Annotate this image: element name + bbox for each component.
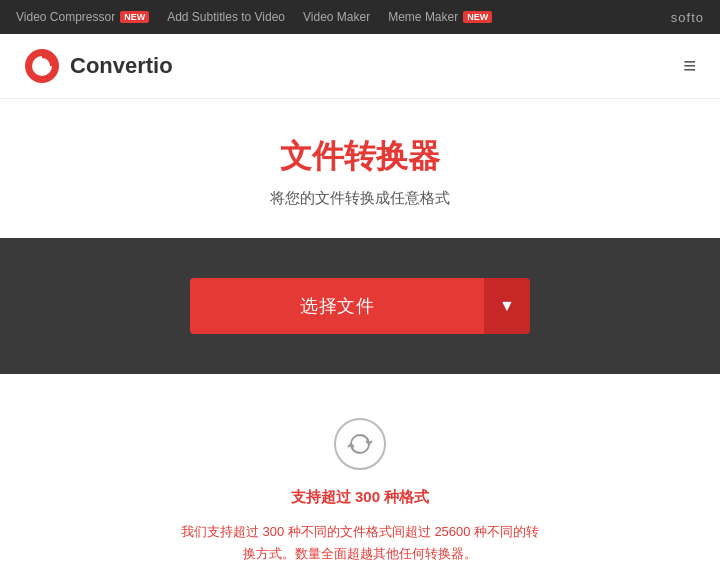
feature-desc-part2: 种不同的 xyxy=(284,524,340,539)
nav-link-add-subtitles[interactable]: Add Subtitles to Video xyxy=(167,10,285,24)
top-nav-links: Video Compressor NEW Add Subtitles to Vi… xyxy=(16,10,492,24)
feature-count-highlight: 300 xyxy=(355,488,380,505)
logo-text: Convertio xyxy=(70,53,173,79)
nav-label-meme-maker: Meme Maker xyxy=(388,10,458,24)
refresh-icon xyxy=(347,431,373,457)
feature-title-prefix: 支持超过 xyxy=(291,488,355,505)
feature-title-suffix: 种格式 xyxy=(380,488,429,505)
hero-section: 文件转换器 将您的文件转换成任意格式 xyxy=(0,99,720,238)
badge-new-meme-maker: NEW xyxy=(463,11,492,23)
softo-brand: softo xyxy=(671,10,704,25)
hamburger-menu[interactable]: ≡ xyxy=(683,55,696,77)
feature-desc-format-link: 文件格式 xyxy=(340,524,392,539)
features-section: 支持超过 300 种格式 我们支持超过 300 种不同的文件格式间超过 2560… xyxy=(0,374,720,579)
feature-desc-formats: 我们支持超过 300 种不同的文件格式间超过 25600 种不同的转换方式。数量… xyxy=(180,521,540,565)
badge-new-video-compressor: NEW xyxy=(120,11,149,23)
feature-desc-count1: 300 xyxy=(262,524,284,539)
feature-desc-part1: 我们支持超过 xyxy=(181,524,263,539)
feature-desc-part3: 间超过 xyxy=(392,524,435,539)
feature-desc-count2: 25600 xyxy=(434,524,470,539)
top-navbar: Video Compressor NEW Add Subtitles to Vi… xyxy=(0,0,720,34)
nav-link-meme-maker[interactable]: Meme Maker NEW xyxy=(388,10,492,24)
upload-dropdown-button[interactable]: ▼ xyxy=(484,278,530,334)
upload-section: 选择文件 ▼ xyxy=(0,238,720,374)
nav-label-video-maker: Video Maker xyxy=(303,10,370,24)
upload-button-group: 选择文件 ▼ xyxy=(190,278,530,334)
feature-icon-formats xyxy=(334,418,386,470)
nav-link-video-maker[interactable]: Video Maker xyxy=(303,10,370,24)
dropdown-arrow-icon: ▼ xyxy=(499,297,515,315)
nav-link-video-compressor[interactable]: Video Compressor NEW xyxy=(16,10,149,24)
nav-label-add-subtitles: Add Subtitles to Video xyxy=(167,10,285,24)
feature-title-formats: 支持超过 300 种格式 xyxy=(20,488,700,507)
choose-file-button[interactable]: 选择文件 xyxy=(190,278,484,334)
hero-subtitle: 将您的文件转换成任意格式 xyxy=(20,189,700,208)
hero-title: 文件转换器 xyxy=(20,135,700,179)
logo-area[interactable]: Convertio xyxy=(24,48,173,84)
main-header: Convertio ≡ xyxy=(0,34,720,99)
convertio-logo-icon xyxy=(24,48,60,84)
nav-label-video-compressor: Video Compressor xyxy=(16,10,115,24)
